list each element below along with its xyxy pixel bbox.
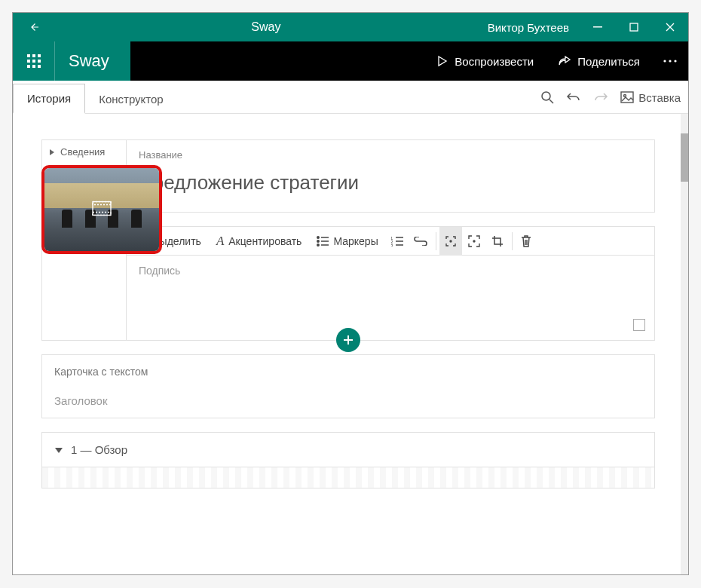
svg-rect-0 — [593, 26, 602, 28]
crop-icon — [491, 235, 504, 247]
text-card[interactable]: Карточка с текстом Заголовок — [41, 354, 655, 418]
close-icon — [666, 23, 675, 32]
tool-delete[interactable] — [516, 227, 537, 256]
media-card-main[interactable]: Подпись — [127, 256, 654, 340]
app-window: Sway Виктор Бухтеев Sway Воспроизвести П… — [12, 12, 689, 575]
svg-rect-6 — [32, 60, 35, 63]
svg-point-24 — [317, 243, 319, 245]
svg-rect-7 — [38, 60, 41, 63]
add-card-button[interactable] — [336, 328, 360, 352]
svg-marker-11 — [439, 57, 446, 66]
chevron-right-icon — [48, 149, 56, 156]
ellipsis-icon — [663, 59, 678, 63]
user-name[interactable]: Виктор Бухтеев — [477, 21, 580, 34]
svg-point-22 — [317, 236, 319, 237]
tab-design[interactable]: Конструктор — [85, 85, 177, 113]
media-select-checkbox[interactable] — [633, 319, 645, 331]
text-card-caption: Карточка с текстом — [54, 366, 642, 378]
app-launcher-button[interactable] — [13, 41, 55, 81]
svg-rect-16 — [621, 92, 633, 103]
back-button[interactable] — [13, 20, 55, 34]
svg-rect-3 — [32, 54, 35, 57]
svg-rect-8 — [27, 65, 30, 68]
ribbon-actions: Вставка — [540, 81, 681, 114]
scrollbar-thumb[interactable] — [681, 133, 688, 182]
play-button[interactable]: Воспроизвести — [424, 41, 546, 81]
share-label: Поделиться — [577, 55, 640, 68]
close-button[interactable] — [652, 13, 688, 41]
title-field-label: Название — [139, 149, 642, 161]
chevron-down-icon — [54, 446, 63, 455]
svg-point-12 — [663, 60, 666, 62]
play-label: Воспроизвести — [455, 55, 534, 68]
search-icon — [540, 90, 554, 104]
svg-rect-1 — [630, 23, 638, 31]
tool-accent[interactable]: ААкцентировать — [209, 227, 310, 256]
title-card-main: Название Предложение стратегии — [127, 140, 654, 212]
tool-focus-small[interactable] — [439, 227, 462, 256]
title-text[interactable]: Предложение стратегии — [139, 171, 642, 194]
svg-point-28 — [450, 240, 452, 242]
svg-rect-2 — [27, 54, 30, 57]
svg-text:3: 3 — [391, 243, 393, 247]
more-button[interactable] — [652, 41, 688, 81]
command-bar-spacer — [130, 41, 425, 81]
section-header[interactable]: 1 — Обзор — [41, 432, 655, 467]
svg-marker-30 — [55, 448, 63, 453]
scrollbar-track[interactable] — [681, 114, 688, 574]
undo-button[interactable] — [566, 91, 581, 103]
maximize-button[interactable] — [616, 13, 652, 41]
svg-point-15 — [542, 92, 550, 100]
window-title: Sway — [55, 20, 477, 34]
insert-button[interactable]: Вставка — [620, 91, 681, 104]
share-button[interactable]: Поделиться — [546, 41, 652, 81]
svg-rect-4 — [38, 54, 41, 57]
svg-point-14 — [674, 60, 676, 62]
caption-placeholder[interactable]: Подпись — [139, 265, 642, 277]
details-toggle[interactable]: Сведения — [42, 140, 126, 164]
minimize-icon — [593, 23, 602, 32]
maximize-icon — [629, 23, 638, 32]
trash-icon — [521, 235, 531, 247]
svg-point-13 — [669, 60, 671, 62]
minimize-button[interactable] — [580, 13, 616, 41]
command-bar: Воспроизвести Поделиться — [424, 41, 688, 81]
details-label: Сведения — [60, 146, 105, 158]
section-body-preview — [41, 467, 655, 488]
tool-numbered-list[interactable]: 123 — [386, 227, 409, 256]
video-thumbnail[interactable] — [41, 165, 162, 254]
bullets-icon — [317, 236, 329, 247]
section-label: 1 — Обзор — [71, 443, 127, 456]
focus-small-icon — [445, 235, 457, 247]
tool-link[interactable] — [409, 227, 433, 256]
focus-medium-icon — [467, 234, 481, 248]
svg-point-29 — [473, 240, 475, 242]
waffle-icon — [27, 54, 41, 68]
image-icon — [620, 91, 634, 103]
tool-bullets[interactable]: Маркеры — [309, 227, 385, 256]
insert-label: Вставка — [638, 91, 681, 104]
app-bar: Sway Воспроизвести Поделиться — [13, 41, 688, 81]
share-icon — [558, 55, 571, 67]
redo-button[interactable] — [593, 91, 608, 103]
filmstrip-icon — [92, 201, 112, 216]
svg-rect-5 — [27, 60, 30, 63]
redo-icon — [593, 91, 608, 103]
svg-rect-31 — [93, 202, 111, 216]
video-play-overlay — [92, 201, 112, 219]
svg-rect-10 — [38, 65, 41, 68]
plus-icon — [343, 335, 354, 345]
arrow-left-icon — [27, 20, 41, 34]
tool-crop[interactable] — [486, 227, 509, 256]
title-bar: Sway Виктор Бухтеев — [13, 13, 688, 41]
search-button[interactable] — [540, 90, 554, 104]
app-name: Sway — [55, 41, 130, 81]
svg-marker-18 — [50, 149, 54, 155]
numbered-list-icon: 123 — [391, 236, 403, 247]
tool-bullets-label: Маркеры — [333, 235, 378, 247]
svg-point-23 — [317, 240, 319, 241]
tool-focus-medium[interactable] — [462, 227, 486, 256]
text-card-heading[interactable]: Заголовок — [54, 394, 642, 407]
play-icon — [436, 55, 448, 67]
tab-story[interactable]: История — [13, 84, 85, 114]
